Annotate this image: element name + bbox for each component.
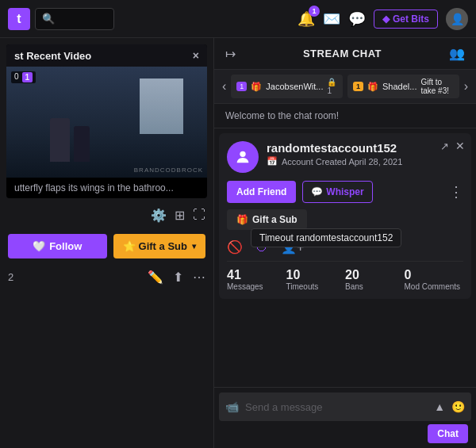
chat-panel: ↦ STREAM CHAT 👥 ‹ 1 🎁 JacobsenWit... 🔒 1… — [214, 38, 476, 448]
gift-icon-2: 🎁 — [367, 82, 378, 92]
video-watermark: BRANDCODBROCK — [134, 167, 203, 174]
mod-comments-stat: 0 Mod Comments — [405, 268, 464, 291]
left-bottom-bar: 2 ✏️ ⬆ ⋯ — [0, 265, 213, 289]
user-card-close[interactable]: ✕ — [455, 140, 465, 152]
video-close-button[interactable]: × — [193, 49, 199, 62]
gift-card-2: 1 🎁 Shadel... Gift to take #3! — [347, 75, 459, 98]
timeout-tooltip: Timeout randomtestaccount152 — [251, 228, 401, 247]
emoji-icon[interactable]: 🙂 — [451, 400, 465, 413]
inbox-icon: ✉️ — [323, 10, 340, 28]
add-friend-button[interactable]: Add Friend — [227, 181, 296, 203]
search-icon: 🔍 — [42, 13, 55, 25]
search-bar[interactable]: 🔍 — [35, 8, 114, 30]
left-panel: st Recent Video × 0 1 BRANDCODBROCK utte… — [0, 38, 214, 448]
gift-icon: 🎁 — [236, 214, 248, 225]
settings-icon[interactable]: ⚙️ — [151, 208, 167, 223]
gift-user-2: Shadel... — [382, 82, 416, 91]
username: randomtestaccount152 — [267, 141, 463, 155]
gift-sub-button[interactable]: ⭐ Gift a Sub ▾ — [113, 234, 206, 258]
chat-title: STREAM CHAT — [303, 48, 382, 59]
gift-sub-row: 🎁 Gift a Sub — [227, 209, 463, 230]
user-avatar[interactable]: 👤 — [446, 8, 468, 30]
gift-sub-card-button[interactable]: 🎁 Gift a Sub — [227, 209, 307, 230]
video-caption: utterfly flaps its wings in the bathroo.… — [6, 178, 207, 198]
gift-prev-button[interactable]: ‹ — [222, 79, 226, 94]
video-score: 0 1 — [11, 71, 36, 83]
chat-bubble-icon: 💬 — [348, 10, 366, 28]
send-icon[interactable]: ▲ — [434, 400, 445, 413]
external-link-icon[interactable]: ↗ — [440, 140, 449, 152]
get-bits-button[interactable]: ◆ Get Bits — [374, 10, 438, 29]
calendar-icon: 📅 — [267, 156, 278, 167]
video-thumbnail: 0 1 BRANDCODBROCK — [6, 67, 207, 178]
main-content: st Recent Video × 0 1 BRANDCODBROCK utte… — [0, 38, 476, 448]
bans-stat: 20 Bans — [345, 268, 405, 291]
chat-input-row: 📹 Send a message ▲ 🙂 — [219, 392, 471, 421]
chat-input-area: 📹 Send a message ▲ 🙂 Chat — [214, 387, 476, 448]
chat-input-placeholder[interactable]: Send a message — [245, 401, 428, 413]
gift-next-button[interactable]: › — [464, 79, 468, 94]
fullscreen-icon[interactable]: ⛶ — [193, 208, 205, 223]
video-camera-icon: 📹 — [225, 400, 239, 413]
mod-icons-row: 🚫 ⏱ 👤+ Timeout randomtestaccount152 — [227, 235, 463, 256]
layout-icon[interactable]: ⊞ — [175, 208, 185, 223]
welcome-message: Welcome to the chat room! — [214, 104, 476, 128]
chevron-down-icon: ▾ — [192, 242, 196, 251]
nav-icons: 🔔 1 ✉️ 💬 ◆ Get Bits 👤 — [298, 8, 468, 30]
user-action-buttons: Add Friend 💬 Whisper ⋮ — [227, 181, 463, 203]
video-card: st Recent Video × 0 1 BRANDCODBROCK utte… — [6, 44, 207, 198]
chat-send-button[interactable]: Chat — [428, 424, 468, 443]
video-title-bar: st Recent Video × — [6, 44, 207, 67]
user-card-avatar — [227, 141, 259, 173]
top-navigation: t 🔍 🔔 1 ✉️ 💬 ◆ Get Bits 👤 — [0, 0, 476, 38]
chat-bottom-bar: Chat — [219, 421, 471, 443]
gift-card-1: 1 🎁 JacobsenWit... 🔒 1 — [231, 75, 343, 98]
chat-header: ↦ STREAM CHAT 👥 — [214, 38, 476, 70]
whispers-icon-btn[interactable]: 💬 — [348, 10, 366, 28]
more-options-button[interactable]: ⋮ — [449, 181, 463, 203]
share-icon[interactable]: ⬆ — [173, 270, 183, 285]
bits-gem-icon: ◆ — [382, 13, 390, 25]
app-logo: t — [8, 8, 30, 30]
svg-point-0 — [240, 151, 245, 157]
timeouts-stat: 10 Timeouts — [286, 268, 346, 291]
user-meta: 📅 Account Created April 28, 2021 — [267, 156, 463, 167]
heart-icon: 🤍 — [33, 240, 45, 252]
user-stats-row: 41 Messages 10 Timeouts 20 Bans 0 Mod Co… — [227, 261, 463, 291]
left-action-buttons: 🤍 Follow ⭐ Gift a Sub ▾ — [0, 228, 213, 265]
notification-badge: 1 — [309, 6, 320, 17]
whisper-button[interactable]: 💬 Whisper — [302, 181, 372, 203]
notification-bell[interactable]: 🔔 1 — [298, 10, 315, 28]
user-card: randomtestaccount152 📅 Account Created A… — [219, 133, 471, 299]
messages-stat: 41 Messages — [227, 268, 286, 291]
follow-button[interactable]: 🤍 Follow — [8, 234, 107, 258]
chat-arrow-icon: ↦ — [225, 46, 236, 61]
video-controls: ⚙️ ⊞ ⛶ — [0, 205, 213, 228]
video-title: st Recent Video — [14, 50, 91, 62]
ban-history-icon[interactable]: 🚫 — [227, 239, 243, 255]
gift-icon-1: 🎁 — [251, 82, 262, 92]
inbox-icon-btn[interactable]: ✉️ — [323, 10, 340, 28]
gift-user-1: JacobsenWit... — [266, 82, 323, 91]
gift-row: ‹ 1 🎁 JacobsenWit... 🔒 1 1 🎁 Shadel... G… — [214, 70, 476, 104]
message-icon: 💬 — [311, 186, 323, 197]
star-icon: ⭐ — [123, 240, 136, 252]
gift-text-2: Gift to take #3! — [420, 78, 453, 95]
viewer-count: 2 — [8, 271, 13, 283]
edit-icon[interactable]: ✏️ — [148, 270, 163, 285]
users-icon[interactable]: 👥 — [449, 46, 465, 61]
more-options-icon[interactable]: ⋯ — [193, 270, 205, 285]
